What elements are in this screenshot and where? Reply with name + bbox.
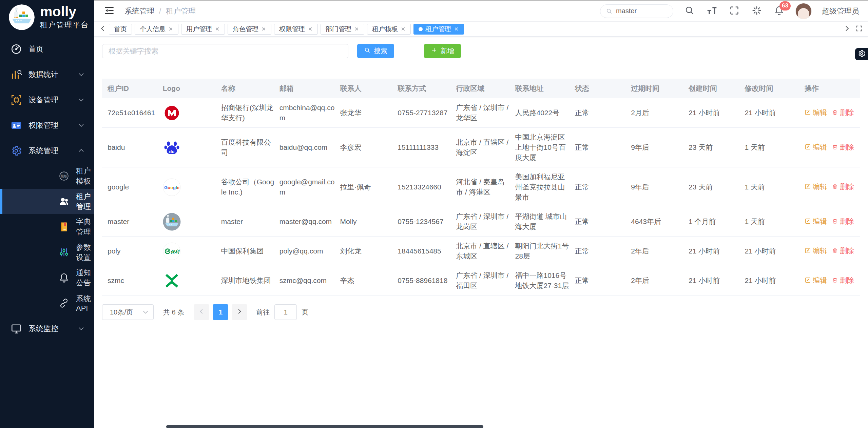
pagination-goto-input[interactable]: 1 (274, 304, 297, 320)
chevron-down-icon (78, 71, 84, 78)
sidebar-collapse-button[interactable] (103, 5, 116, 18)
tab-租户管理[interactable]: 租户管理 (413, 24, 464, 35)
breadcrumb-item-parent[interactable]: 系统管理 (124, 6, 154, 16)
sidebar-item-system-monitor[interactable]: 系统监控 (0, 316, 94, 341)
operations-cell: 编辑删除 (805, 128, 860, 167)
status-cell: 正常 (575, 128, 631, 167)
sidebar-item-device-management[interactable]: 设备管理 (0, 87, 94, 113)
search-icon (606, 8, 613, 15)
trash-icon (832, 144, 838, 150)
edit-link[interactable]: 编辑 (805, 216, 827, 226)
tab-close-icon[interactable] (454, 26, 459, 32)
tab-部门管理[interactable]: 部门管理 (321, 24, 364, 35)
phone-cell: 0755-27713287 (398, 98, 456, 128)
pagination-next-button[interactable] (232, 304, 247, 320)
tenant-id-cell: 72e51e016461 (102, 98, 163, 128)
refresh-button[interactable] (751, 5, 763, 17)
settings-panel-button[interactable] (855, 48, 868, 60)
tab-label: 首页 (114, 25, 127, 34)
address-cell: 福中一路1016号 地铁大厦27-31层 (515, 266, 575, 295)
edit-link[interactable]: 编辑 (805, 107, 827, 118)
operations-cell: 编辑删除 (805, 98, 860, 128)
sidebar-item-notice[interactable]: 通知公告 (0, 265, 94, 290)
delete-link[interactable]: 删除 (832, 216, 854, 226)
chevron-down-icon (78, 97, 84, 103)
sidebar-item-label: 数据统计 (28, 69, 58, 80)
column-header-2: Logo (163, 79, 221, 98)
delete-link[interactable]: 删除 (832, 107, 854, 118)
user-name[interactable]: 超级管理员 (822, 6, 859, 16)
sidebar-item-system-api[interactable]: 系统API (0, 290, 94, 316)
search-menu-button[interactable] (683, 5, 696, 17)
horizontal-scrollbar[interactable] (166, 425, 483, 428)
name-cell: 中国保利集团 (221, 237, 279, 266)
column-header-11: 创建时间 (689, 79, 745, 98)
edit-link[interactable]: 编辑 (805, 246, 827, 256)
status-cell: 正常 (575, 237, 631, 266)
tab-close-icon[interactable] (354, 26, 359, 32)
edit-link[interactable]: 编辑 (805, 142, 827, 152)
header-search-input[interactable]: master (600, 4, 673, 18)
delete-link[interactable]: 删除 (832, 275, 854, 285)
template-icon: 模板 (58, 170, 70, 182)
avatar[interactable] (795, 3, 812, 19)
notification-badge: 63 (779, 1, 791, 11)
edit-link[interactable]: 编辑 (805, 275, 827, 285)
sidebar-item-home[interactable]: 首页 (0, 36, 94, 62)
link-icon (58, 297, 70, 309)
trash-icon (832, 109, 838, 116)
tab-角色管理[interactable]: 角色管理 (228, 24, 271, 35)
tab-close-icon[interactable] (308, 26, 313, 32)
font-size-button[interactable] (706, 5, 718, 17)
address-cell: 朝阳门北大街1号28层 (515, 237, 575, 266)
sidebar-item-parameter-settings[interactable]: 参数设置 (0, 240, 94, 265)
sidebar-item-permission-management[interactable]: 权限管理 (0, 113, 94, 138)
sidebar-item-label: 系统API (76, 294, 94, 313)
tabs-fullscreen-button[interactable] (853, 22, 865, 36)
logo-cell (163, 207, 221, 237)
tab-close-icon[interactable] (168, 26, 173, 32)
pagination: 10条/页 共 6 条 1 前往 1 页 (102, 304, 860, 320)
contact-cell: 拉里·佩奇 (340, 167, 398, 207)
edit-icon (805, 144, 811, 150)
edit-icon (805, 247, 811, 254)
status-cell: 正常 (575, 167, 631, 207)
tab-close-icon[interactable] (215, 26, 220, 32)
add-button[interactable]: 新增 (424, 44, 461, 58)
tab-用户管理[interactable]: 用户管理 (181, 24, 225, 35)
keyword-search-input[interactable]: 根据关键字搜索 (102, 44, 348, 58)
chevron-left-icon (99, 25, 106, 33)
tabs-scroll-right-button[interactable] (841, 22, 853, 36)
tab-close-icon[interactable] (401, 26, 406, 32)
sidebar-item-system-management[interactable]: 系统管理 (0, 138, 94, 163)
tab-租户模板[interactable]: 租户模板 (367, 24, 411, 35)
sidebar-item-dictionary-management[interactable]: 字典管理 (0, 214, 94, 240)
tab-个人信息[interactable]: 个人信息 (135, 24, 178, 35)
loading-spinner-icon (752, 5, 762, 17)
tab-权限管理[interactable]: 权限管理 (274, 24, 318, 35)
notification-button[interactable]: 63 (773, 5, 785, 17)
main-area: 系统管理 / 租户管理 master (94, 0, 868, 428)
tab-close-icon[interactable] (261, 26, 266, 32)
sidebar-item-tenant-management[interactable]: 租户管理 (0, 189, 94, 214)
tabs-scroll-left-button[interactable] (97, 22, 109, 36)
expires-cell: 9年后 (631, 167, 689, 207)
region-cell: 北京市 / 直辖区 / 东城区 (456, 237, 515, 266)
gear-icon (10, 145, 22, 157)
edit-link[interactable]: 编辑 (805, 182, 827, 192)
modified-cell: 21 小时前 (745, 98, 804, 128)
header-actions: master (600, 3, 859, 19)
sidebar-item-tenant-template[interactable]: 模板租户模板 (0, 163, 94, 189)
search-button[interactable]: 搜索 (357, 44, 394, 58)
pagination-page-1[interactable]: 1 (213, 304, 228, 320)
delete-link[interactable]: 删除 (832, 246, 854, 256)
tab-首页[interactable]: 首页 (109, 24, 132, 35)
sidebar-item-data-stats[interactable]: 数据统计 (0, 62, 94, 87)
fullscreen-button[interactable] (728, 5, 740, 17)
delete-link[interactable]: 删除 (832, 142, 854, 152)
tab-label: 租户管理 (425, 25, 451, 34)
delete-link[interactable]: 删除 (832, 182, 854, 192)
page-size-select[interactable]: 10条/页 (102, 304, 154, 320)
tenant-logo-szmc (163, 272, 181, 290)
pagination-prev-button[interactable] (194, 304, 209, 320)
